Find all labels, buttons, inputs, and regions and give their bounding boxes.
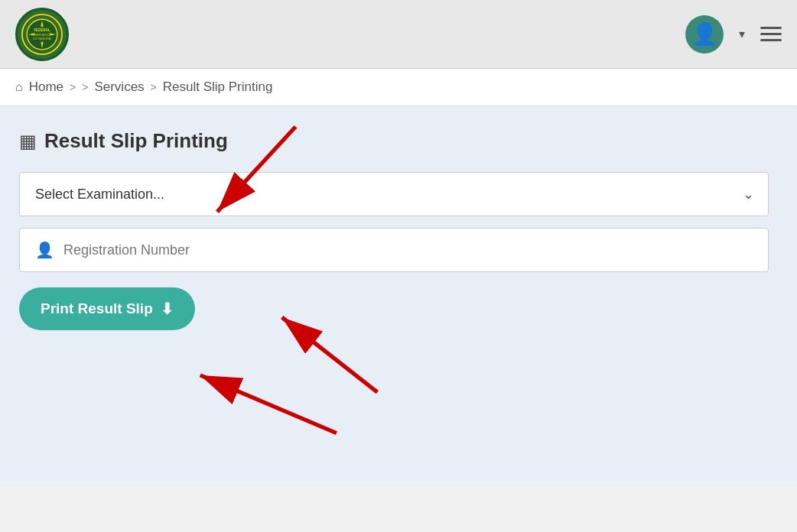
breadcrumb: ⌂ Home > > Services > Result Slip Printi… bbox=[0, 69, 797, 106]
main-content: ▦ Result Slip Printing Select Examinatio… bbox=[0, 106, 797, 481]
hamburger-line-3 bbox=[760, 39, 782, 41]
page-title: Result Slip Printing bbox=[44, 129, 228, 153]
user-dropdown-caret[interactable]: ▾ bbox=[739, 27, 745, 41]
breadcrumb-services-link[interactable]: Services bbox=[94, 79, 144, 95]
home-icon: ⌂ bbox=[15, 80, 23, 94]
svg-text:FEDERAL: FEDERAL bbox=[34, 28, 50, 32]
hamburger-menu[interactable] bbox=[760, 27, 782, 41]
svg-text:REPUBLIC: REPUBLIC bbox=[34, 32, 50, 36]
header-right: 👤 ▾ bbox=[685, 15, 782, 54]
header: FEDERAL REPUBLIC OF NIGERIA 👤 ▾ bbox=[0, 0, 797, 69]
breadcrumb-sep-2: > bbox=[82, 81, 88, 93]
registration-number-input[interactable] bbox=[63, 242, 753, 258]
page-title-icon: ▦ bbox=[19, 131, 37, 152]
svg-text:OF NIGERIA: OF NIGERIA bbox=[33, 37, 51, 41]
logo: FEDERAL REPUBLIC OF NIGERIA bbox=[15, 8, 69, 61]
breadcrumb-sep-1: > bbox=[70, 81, 76, 93]
breadcrumb-home-link[interactable]: Home bbox=[29, 79, 63, 95]
user-avatar[interactable]: 👤 bbox=[685, 15, 724, 54]
header-left: FEDERAL REPUBLIC OF NIGERIA bbox=[15, 8, 69, 61]
print-result-slip-button[interactable]: Print Result Slip ⬇ bbox=[19, 287, 195, 330]
print-button-label: Print Result Slip bbox=[41, 300, 153, 317]
user-avatar-icon: 👤 bbox=[691, 21, 718, 47]
download-icon: ⬇ bbox=[161, 300, 174, 318]
hamburger-line-2 bbox=[760, 33, 782, 35]
page-title-container: ▦ Result Slip Printing bbox=[19, 129, 778, 153]
examination-select[interactable]: Select Examination... First Term Examina… bbox=[20, 173, 768, 216]
examination-select-wrapper: Select Examination... First Term Examina… bbox=[19, 172, 769, 216]
registration-input-wrapper: 👤 bbox=[19, 228, 769, 272]
hamburger-line-1 bbox=[760, 27, 782, 29]
form-container: Select Examination... First Term Examina… bbox=[19, 172, 769, 330]
svg-line-14 bbox=[200, 375, 337, 433]
logo-svg: FEDERAL REPUBLIC OF NIGERIA bbox=[21, 14, 63, 55]
breadcrumb-sep-3: > bbox=[151, 81, 157, 93]
person-icon: 👤 bbox=[35, 241, 54, 259]
breadcrumb-current: Result Slip Printing bbox=[163, 79, 273, 95]
